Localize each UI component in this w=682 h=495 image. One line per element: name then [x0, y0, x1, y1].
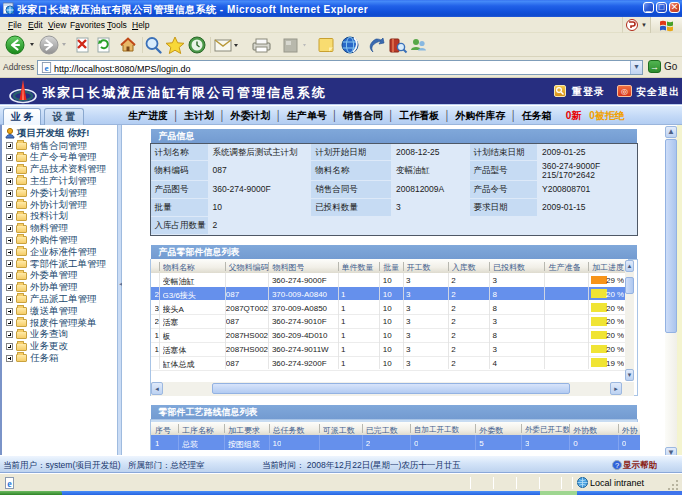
svg-text:e: e — [44, 63, 48, 73]
svg-text:e: e — [7, 478, 12, 489]
